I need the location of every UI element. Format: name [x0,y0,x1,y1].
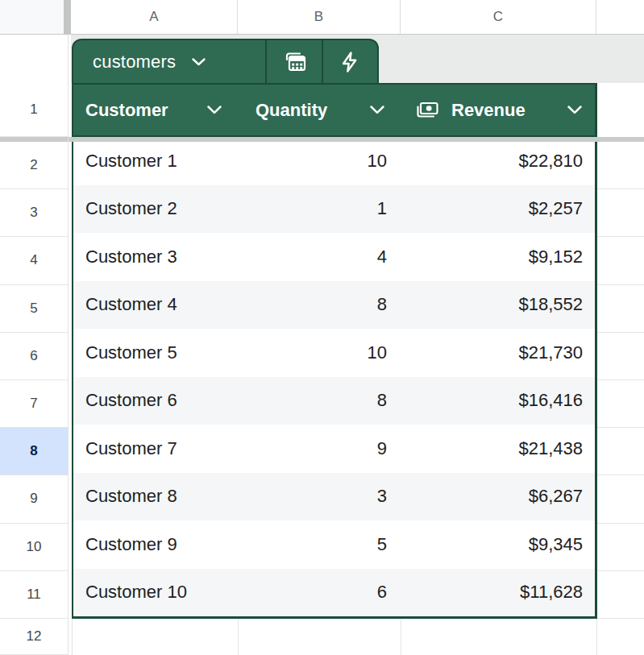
gridline [596,619,597,655]
header-label-customer: Customer [85,100,168,121]
gridline [238,619,239,655]
row-header-3[interactable]: 3 [0,189,68,237]
header-label-revenue: Revenue [451,100,526,121]
row-header-8[interactable]: 8 [0,428,68,475]
cell-customer[interactable]: Customer 7 [73,425,238,473]
cell-revenue[interactable]: $11,628 [401,569,595,617]
empty-cell [597,142,644,189]
cell-revenue[interactable]: $22,810 [401,137,595,185]
table-header-row: Customer Quantity Revenue [73,83,595,137]
row-header-11[interactable]: 11 [0,571,68,619]
empty-cell [597,285,644,333]
cell-customer[interactable]: Customer 6 [73,377,238,425]
cell-customer[interactable]: Customer 5 [73,329,238,377]
column-letter: B [314,9,323,25]
chevron-down-icon[interactable] [567,106,582,114]
cell-customer[interactable]: Customer 4 [73,281,238,330]
column-header-c[interactable]: C [401,0,596,34]
table-row: Customer 110$22,810 [73,137,595,185]
column-letter: A [149,9,158,25]
cell-customer[interactable]: Customer 8 [73,473,238,521]
bolt-icon [338,50,362,74]
row-header-border [68,35,69,655]
cell-customer[interactable]: Customer 9 [73,520,238,569]
empty-cell [597,237,644,284]
table-row: Customer 510$21,730 [73,329,595,377]
cell-customer[interactable]: Customer 1 [73,137,238,185]
automation-button[interactable] [322,40,378,83]
customers-table: Customer Quantity Revenue [72,83,597,619]
row-header-4[interactable]: 4 [0,237,68,284]
row-header-12[interactable]: 12 [0,619,68,655]
header-cell-customer[interactable]: Customer [73,85,238,135]
payments-icon [415,101,440,119]
row-header-5[interactable]: 5 [0,285,68,333]
column-stats-button[interactable] [265,40,322,83]
frozen-row-divider[interactable] [0,137,644,142]
row-header-7[interactable]: 7 [0,380,68,428]
select-all-corner[interactable] [0,0,64,34]
cell-revenue[interactable]: $16,416 [401,377,595,425]
cell-revenue[interactable]: $18,552 [401,281,595,330]
cell-quantity[interactable]: 4 [238,233,401,281]
column-letter: C [493,9,503,25]
cell-revenue[interactable]: $21,730 [401,329,595,377]
table-name-label: customers [93,52,176,73]
cell-quantity[interactable]: 6 [238,569,401,617]
table-body: Customer 110$22,810Customer 21$2,257Cust… [73,137,595,616]
cell-quantity[interactable]: 9 [238,425,401,473]
cell-revenue[interactable]: $9,345 [401,520,595,569]
empty-cell [597,333,644,380]
empty-cell [597,475,644,523]
column-header-a[interactable]: A [71,0,238,34]
cell-quantity[interactable]: 8 [238,281,401,330]
cell-customer[interactable]: Customer 3 [73,233,238,281]
row-header-10[interactable]: 10 [0,524,68,571]
empty-cell [597,524,644,571]
cell-quantity[interactable]: 10 [238,137,401,185]
cell-quantity[interactable]: 10 [238,329,401,377]
header-cell-revenue[interactable]: Revenue [401,85,595,135]
cell-quantity[interactable]: 5 [238,520,401,569]
row-header-9[interactable]: 9 [0,475,68,523]
cell-customer[interactable]: Customer 10 [73,569,238,617]
chevron-down-icon[interactable] [207,106,222,114]
table-row: Customer 95$9,345 [73,520,595,569]
empty-cell [597,428,644,475]
table-row: Customer 83$6,267 [73,473,595,521]
table-row: Customer 79$21,438 [73,425,595,473]
spreadsheet: A B C customers [0,0,644,655]
column-header-b[interactable]: B [238,0,401,34]
gridline [72,619,73,655]
empty-cell [597,571,644,619]
cell-revenue[interactable]: $21,438 [401,425,595,473]
calculator-icon [280,48,309,77]
cell-quantity[interactable]: 1 [238,185,401,234]
column-header-strip: A B C [0,0,644,35]
cell-revenue[interactable]: $9,152 [401,233,595,281]
empty-cell [597,380,644,428]
row-header-1[interactable]: 1 [0,83,68,137]
cell-customer[interactable]: Customer 2 [73,185,238,234]
cell-revenue[interactable]: $2,257 [401,185,595,234]
frozen-column-handle[interactable] [64,0,71,34]
table-name-tab: customers [72,39,379,83]
empty-cell [597,189,644,237]
table-row: Customer 106$11,628 [73,569,595,617]
cell-quantity[interactable]: 8 [238,377,401,425]
cell-revenue[interactable]: $6,267 [401,473,595,521]
cell-quantity[interactable]: 3 [238,473,401,521]
chevron-down-icon [192,58,206,66]
row-header-6[interactable]: 6 [0,333,68,380]
header-cell-quantity[interactable]: Quantity [238,85,401,135]
table-name-button[interactable]: customers [73,40,265,83]
gridline [401,619,401,655]
header-label-quantity: Quantity [256,100,327,121]
table-row: Customer 34$9,152 [73,233,595,281]
chevron-down-icon[interactable] [370,106,384,114]
table-row: Customer 68$16,416 [73,377,595,425]
table-row: Customer 48$18,552 [73,281,595,330]
table-row: Customer 21$2,257 [73,185,595,234]
row-header-2[interactable]: 2 [0,142,68,189]
